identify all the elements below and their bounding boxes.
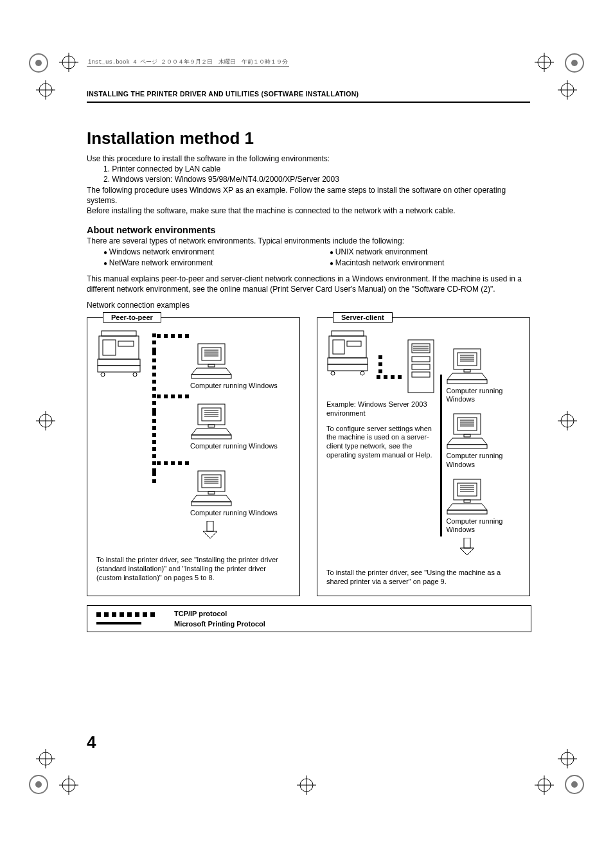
- svg-rect-114: [464, 538, 470, 548]
- server-help-text: To configure server settings when the ma…: [326, 425, 436, 460]
- svg-rect-73: [207, 521, 213, 531]
- registration-icon: [558, 80, 577, 100]
- svg-point-23: [35, 781, 42, 788]
- svg-rect-97: [447, 380, 487, 384]
- section-header: INSTALLING THE PRINTER DRIVER AND UTILIT…: [87, 90, 530, 98]
- registration-icon: [297, 775, 316, 795]
- ms-printing-line-icon: [96, 622, 141, 624]
- diagram-note: To install the printer driver, see "Inst…: [96, 556, 290, 582]
- env-intro: There are several types of network envir…: [87, 236, 530, 245]
- crop-mark-icon: [26, 772, 51, 797]
- registration-icon: [36, 411, 55, 430]
- svg-rect-88: [412, 364, 430, 369]
- computer-icon: [446, 412, 520, 450]
- arrow-down-icon: [200, 521, 278, 539]
- tcpip-line-icon: [157, 393, 278, 400]
- list-item: 1. Printer connected by LAN cable: [103, 164, 530, 174]
- bullet-item: Macintosh network environment: [330, 258, 530, 269]
- subsection-title: About network environments: [87, 225, 530, 235]
- tcpip-line-icon: [96, 612, 155, 617]
- bullet-item: UNIX network environment: [330, 247, 530, 258]
- svg-rect-112: [464, 500, 470, 502]
- intro-paragraph: Before installing the software, make sur…: [87, 206, 530, 216]
- svg-point-1: [35, 60, 42, 66]
- registration-icon: [59, 775, 78, 795]
- computer-icon: [190, 342, 278, 380]
- svg-rect-78: [328, 358, 368, 364]
- svg-point-81: [360, 371, 364, 375]
- registration-icon: [59, 53, 78, 72]
- caption: Computer running Windows: [190, 442, 278, 450]
- intro-paragraph: The following procedure uses Windows XP …: [87, 185, 530, 206]
- diagram-note: To install the printer driver, see "Usin…: [326, 569, 520, 587]
- tcpip-line-icon: [377, 373, 402, 381]
- env-paragraph: This manual explains peer-to-peer and se…: [87, 274, 530, 294]
- tcpip-line-icon: [150, 351, 158, 412]
- svg-rect-113: [447, 510, 487, 514]
- registration-icon: [36, 80, 55, 100]
- svg-rect-104: [464, 434, 470, 437]
- svg-rect-74: [332, 331, 364, 336]
- caption: Computer running Windows: [446, 452, 520, 468]
- svg-rect-79: [328, 364, 368, 371]
- printer-icon: [96, 330, 145, 377]
- registration-icon: [558, 411, 577, 430]
- server-client-diagram: Server-client: [317, 317, 530, 596]
- computer-icon: [446, 348, 520, 385]
- crop-mark-icon: [26, 50, 51, 76]
- svg-point-47: [101, 373, 105, 376]
- svg-point-28: [571, 781, 578, 788]
- legend-label: Microsoft Printing Protocol: [174, 620, 265, 628]
- server-icon: [405, 339, 436, 395]
- diagram-label: Peer-to-peer: [103, 312, 161, 323]
- svg-rect-96: [464, 369, 470, 372]
- svg-point-48: [133, 373, 137, 376]
- svg-rect-45: [98, 359, 140, 366]
- svg-rect-72: [191, 502, 231, 506]
- svg-rect-76: [333, 340, 344, 354]
- list-item: 2. Windows version: Windows 95/98/Me/NT4…: [103, 174, 530, 184]
- crop-mark-icon: [562, 50, 587, 76]
- computer-icon: [190, 470, 278, 507]
- svg-rect-105: [447, 445, 487, 448]
- page-title: Installation method 1: [87, 128, 530, 148]
- svg-rect-71: [208, 492, 215, 494]
- tcpip-line-icon: [377, 355, 384, 373]
- svg-rect-87: [412, 357, 430, 362]
- svg-rect-43: [103, 340, 116, 355]
- registration-icon: [535, 53, 554, 72]
- svg-rect-77: [347, 341, 361, 346]
- computer-icon: [446, 478, 520, 515]
- diagram-label: Server-client: [333, 312, 393, 323]
- caption: Computer running Windows: [190, 509, 278, 517]
- svg-rect-64: [191, 435, 231, 439]
- svg-rect-55: [208, 364, 215, 367]
- header-rule: [87, 102, 530, 103]
- file-meta-line: inst_us.book 4 ページ ２００４年９月２日 木曜日 午前１０時１９…: [87, 58, 289, 66]
- svg-rect-42: [99, 336, 139, 359]
- legend-label: TCP/IP protocol: [174, 610, 265, 617]
- svg-point-80: [331, 371, 335, 375]
- svg-point-6: [571, 60, 578, 66]
- svg-rect-44: [118, 341, 134, 346]
- bullet-item: NetWare network environment: [103, 258, 304, 269]
- crop-mark-icon: [562, 772, 587, 797]
- caption: Computer running Windows: [446, 517, 520, 534]
- svg-rect-41: [102, 331, 136, 336]
- printer-icon: [326, 330, 373, 376]
- legend-box: TCP/IP protocol Microsoft Printing Proto…: [87, 605, 531, 632]
- bullet-item: Windows network environment: [103, 247, 304, 258]
- caption: Computer running Windows: [446, 387, 520, 403]
- registration-icon: [535, 775, 554, 795]
- server-example-text: Example: Windows Server 2003 environment: [326, 400, 436, 418]
- caption: Computer running Windows: [190, 382, 278, 390]
- page-number: 4: [87, 732, 96, 752]
- svg-rect-63: [208, 425, 215, 427]
- svg-rect-46: [98, 366, 140, 372]
- intro-paragraph: Use this procedure to install the softwa…: [87, 154, 530, 164]
- tcpip-line-icon: [150, 472, 158, 485]
- registration-icon: [36, 749, 55, 768]
- ms-printing-line-icon: [440, 375, 442, 536]
- arrow-down-icon: [458, 538, 520, 556]
- svg-rect-89: [412, 372, 430, 377]
